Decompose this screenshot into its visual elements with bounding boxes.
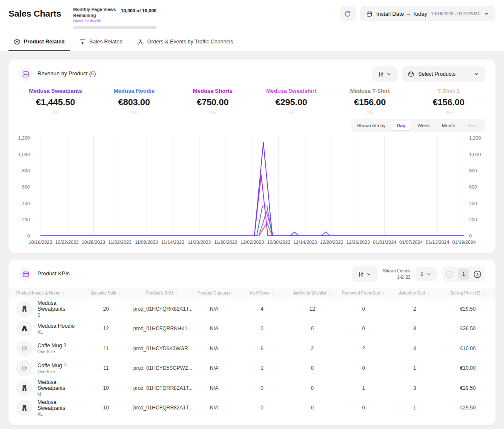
product-name: Coffe Mug 1 xyxy=(37,363,66,369)
cell-views: 0 xyxy=(238,326,286,332)
calendar-icon xyxy=(366,11,372,17)
shown-entries: Shown Entries 1-6/ 23 xyxy=(383,268,410,280)
refresh-button[interactable] xyxy=(340,6,356,21)
cell-removed-from-cart: 0 xyxy=(338,306,389,312)
column-header-added-to-cart[interactable]: Added to Cart xyxy=(389,291,440,296)
revenue-card: Revenue by Product (€) Select Products xyxy=(9,60,495,253)
select-products-button[interactable]: Select Products xyxy=(402,66,485,82)
cell-price: €29.50 xyxy=(440,405,495,411)
product-stat-medusa-shorts: Medusa Shorts€750.000% xyxy=(173,88,252,115)
chart-settings-button[interactable] xyxy=(372,66,398,82)
cell-wishlist: 2 xyxy=(286,346,338,352)
page-views-label: Monthly Page Views Remaining xyxy=(73,7,117,18)
x-tick-label: 01/07/2024 xyxy=(399,240,423,245)
cell-product: Medusa HoodieXL xyxy=(9,320,79,337)
kpi-table: Product Image & NameQuantity SoldProduct… xyxy=(9,288,495,418)
column-header-label: Removed From Cart xyxy=(342,291,381,296)
chevron-down-icon xyxy=(473,71,479,77)
tab-label: Sales Related xyxy=(89,39,123,45)
tab-label: Orders & Events by Traffic Channels xyxy=(147,39,233,45)
cell-sku: prod_01HCFQRR82A1T... xyxy=(133,306,191,312)
cell-sku: prod_01HCYD6K3WGR... xyxy=(133,346,191,352)
product-variant: One Size xyxy=(37,369,66,374)
cell-added-to-cart: 1 xyxy=(389,365,440,371)
x-tick-label: 12/14/2023 xyxy=(293,240,317,245)
product-stat-name: Medusa Hoodie xyxy=(95,88,174,94)
product-name: Medusa Sweatpants xyxy=(37,300,79,312)
app-header: Sales Charts Monthly Page Views Remainin… xyxy=(0,0,504,51)
column-header-quantity-sold[interactable]: Quantity Sold xyxy=(79,291,133,296)
kpi-table-body: Medusa SweatpantsS20prod_01HCFQRR82A1T..… xyxy=(9,299,495,418)
revenue-stats-row: Medusa Sweatpants€1,445.500%Medusa Hoodi… xyxy=(9,88,495,115)
page-size-select[interactable]: 6 xyxy=(415,267,437,281)
tab-orders-events-by-traffic-channels[interactable]: Orders & Events by Traffic Channels xyxy=(132,34,238,51)
cell-added-to-cart: 2 xyxy=(389,306,440,312)
revenue-card-title: Revenue by Product (€) xyxy=(37,70,96,78)
y-tick-label: 1,200 xyxy=(469,135,481,140)
date-range-button[interactable]: Install Date → Today 10/16/2023 - 01/19/… xyxy=(360,6,495,21)
table-row: Medusa SweatpantsS20prod_01HCFQRR82A1T..… xyxy=(9,299,495,319)
tab-sales-related[interactable]: Sales Related xyxy=(74,34,128,51)
column-header-added-to-wishlist[interactable]: Added to Wishlist xyxy=(286,291,338,296)
product-stat-name: Medusa Sweatshirt xyxy=(252,88,331,94)
header-actions: Install Date → Today 10/16/2023 - 01/19/… xyxy=(340,6,495,21)
product-stat-change: 0% xyxy=(16,110,95,115)
show-by-day[interactable]: Day xyxy=(391,121,411,130)
revenue-card-head: Revenue by Product (€) Select Products xyxy=(9,66,495,82)
column-header-selling-price[interactable]: Selling Price (€) xyxy=(440,291,495,296)
cell-removed-from-cart: 0 xyxy=(338,405,389,411)
product-stat-medusa-t-shirt: Medusa T-Shirt€156.000% xyxy=(331,88,410,115)
y-tick-label: 1,200 xyxy=(18,135,30,140)
next-page-button[interactable] xyxy=(473,270,482,279)
table-row: Medusa SweatpantsM10prod_01HCFQRR82A1T..… xyxy=(9,378,495,398)
y-tick-label: 600 xyxy=(22,184,30,189)
cell-views: 1 xyxy=(238,365,286,371)
tab-bar: Product RelatedSales RelatedOrders & Eve… xyxy=(9,34,495,51)
chevron-down-icon xyxy=(386,72,392,77)
table-settings-button[interactable] xyxy=(352,266,378,282)
line-chart-icon xyxy=(19,67,32,81)
date-range-label: Install Date → Today xyxy=(376,11,427,17)
cell-views: 0 xyxy=(238,385,286,391)
show-by-month[interactable]: Month xyxy=(436,121,461,130)
prev-page-button[interactable] xyxy=(445,270,454,279)
cell-quantity-sold: 11 xyxy=(79,346,133,352)
product-stat-medusa-sweatshirt: Medusa Sweatshirt€295.000% xyxy=(252,88,331,115)
table-row: Coffe Mug 2One Size11prod_01HCYD6K3WGR..… xyxy=(9,338,495,358)
y-tick-label: 600 xyxy=(469,184,477,189)
product-stat-change: 0% xyxy=(95,110,174,115)
column-header-product-s-sku[interactable]: Product's SKU xyxy=(133,291,191,296)
page-size-value: 6 xyxy=(421,272,423,277)
kpi-card-head: Product KPIs Shown Entries 1-6/ 23 6 xyxy=(9,266,495,282)
share-nodes-icon xyxy=(137,38,144,45)
y-tick-label: 800 xyxy=(469,168,477,173)
product-name: Coffe Mug 2 xyxy=(37,343,66,349)
column-header-of-views[interactable]: # of Views xyxy=(238,291,286,296)
funnel-icon xyxy=(79,38,86,45)
sort-icon xyxy=(117,292,121,295)
chart-plot[interactable] xyxy=(40,135,464,237)
tab-label: Product Related xyxy=(24,39,65,45)
tab-product-related[interactable]: Product Related xyxy=(9,34,70,51)
show-by-week[interactable]: Week xyxy=(412,121,435,130)
current-page[interactable]: 1 xyxy=(458,269,469,280)
cell-category: N/A xyxy=(191,326,238,332)
column-header-product-image-name[interactable]: Product Image & Name xyxy=(9,291,79,296)
show-by-year[interactable]: Year xyxy=(462,121,483,130)
cell-quantity-sold: 10 xyxy=(79,385,133,391)
page-views-count: 10,000 of 10,000 xyxy=(121,7,157,13)
product-image xyxy=(16,301,32,317)
sort-icon xyxy=(62,292,66,295)
product-stat-change: 0% xyxy=(252,110,331,115)
page-views-widget: Monthly Page Views Remaining Hover for d… xyxy=(73,6,157,29)
column-header-removed-from-cart[interactable]: Removed From Cart xyxy=(338,291,389,296)
column-header-label: Added to Cart xyxy=(399,291,425,296)
cell-sku: prod_01HCYD5SGPWZ... xyxy=(133,365,191,371)
product-variant: XL xyxy=(37,412,79,417)
column-header-label: Product's SKU xyxy=(146,291,173,296)
product-stat-value: €156.00 xyxy=(409,97,488,107)
cell-price: €29.50 xyxy=(440,385,495,391)
page-views-hover-link[interactable]: Hover for details xyxy=(73,19,117,23)
package-icon xyxy=(408,71,414,77)
showby-row: Show data by: DayWeekMonthYear xyxy=(9,119,495,132)
